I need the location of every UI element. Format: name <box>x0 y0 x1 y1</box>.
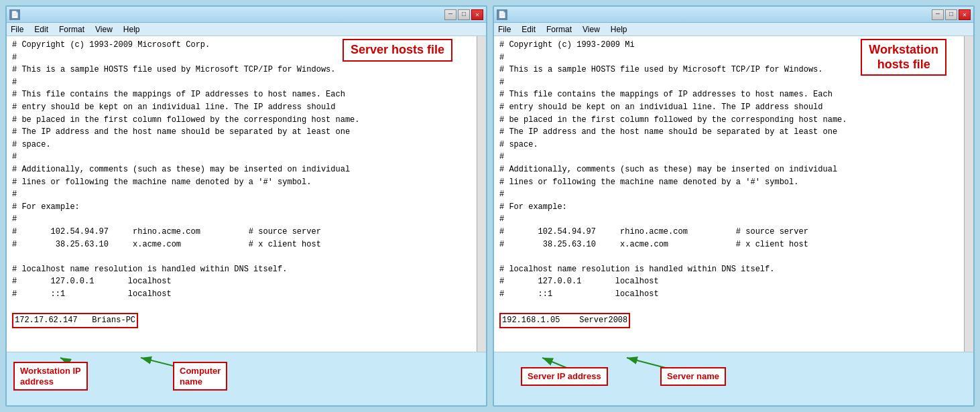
computer-name-label: Computername <box>173 362 227 391</box>
server-name-label: Server name <box>660 367 726 386</box>
workstation-address-text: Workstation IPaddress <box>20 366 81 387</box>
menu-edit-server[interactable]: Edit <box>33 25 50 34</box>
title-bar-controls-ws: ─ □ ✕ <box>932 9 971 20</box>
server-highlighted-entry: 172.17.62.147 Brians-PC <box>12 313 138 328</box>
server-title-text: Server hosts file <box>351 43 444 58</box>
menu-help-server[interactable]: Help <box>122 25 141 34</box>
workstation-annotation-area: Server IP address Server name <box>494 352 973 405</box>
server-content-area[interactable]: # Copyright (c) 1993-2009 Microsoft Corp… <box>7 36 477 352</box>
maximize-button-ws[interactable]: □ <box>945 9 957 20</box>
workstation-title-overlay: Workstationhosts file <box>861 39 946 76</box>
title-bar-controls-server: ─ □ ✕ <box>444 9 483 20</box>
window-icon-workstation: 📄 <box>497 9 507 20</box>
server-annotation-area: Workstation IPaddress Computername <box>7 352 486 405</box>
computer-name-text: Computername <box>180 366 221 387</box>
menu-format-ws[interactable]: Format <box>545 25 573 34</box>
workstation-hosts-window: 📄 ─ □ ✕ File Edit Format View Help Works… <box>493 5 975 407</box>
close-button-server[interactable]: ✕ <box>471 9 483 20</box>
menu-edit-ws[interactable]: Edit <box>520 25 537 34</box>
workstation-scrollbar[interactable] <box>964 36 973 352</box>
menu-format-server[interactable]: Format <box>58 25 86 34</box>
menu-file-server[interactable]: File <box>9 25 25 34</box>
close-button-ws[interactable]: ✕ <box>959 9 971 20</box>
menu-file-ws[interactable]: File <box>497 25 512 34</box>
title-bar-left: 📄 <box>9 9 20 20</box>
workstation-address-label: Workstation IPaddress <box>13 362 88 391</box>
workstation-content-area[interactable]: # Copyright (c) 1993-2009 Mi # # This is… <box>494 36 964 352</box>
title-bar-left-ws: 📄 <box>497 9 507 20</box>
workstation-highlighted-entry: 192.168.1.05 Server2008 <box>499 313 630 328</box>
server-title-overlay: Server hosts file <box>343 39 452 62</box>
server-ip-label: Server IP address <box>521 367 608 386</box>
server-hosts-content: # Copyright (c) 1993-2009 Microsoft Corp… <box>12 39 471 328</box>
server-content-wrapper: # Copyright (c) 1993-2009 Microsoft Corp… <box>7 36 486 352</box>
menu-help-ws[interactable]: Help <box>609 25 629 34</box>
title-bar-workstation: 📄 ─ □ ✕ <box>494 7 973 23</box>
maximize-button-server[interactable]: □ <box>458 9 470 20</box>
workstation-title-text: Workstationhosts file <box>869 43 938 72</box>
server-scrollbar[interactable] <box>477 36 486 352</box>
menu-view-server[interactable]: View <box>94 25 114 34</box>
workstation-hosts-content: # Copyright (c) 1993-2009 Mi # # This is… <box>499 39 959 328</box>
minimize-button-ws[interactable]: ─ <box>932 9 944 20</box>
title-bar-server: 📄 ─ □ ✕ <box>7 7 486 23</box>
workstation-content-wrapper: # Copyright (c) 1993-2009 Mi # # This is… <box>494 36 973 352</box>
menu-bar-workstation: File Edit Format View Help <box>494 23 973 36</box>
server-hosts-window: 📄 ─ □ ✕ File Edit Format View Help Serve… <box>5 5 487 407</box>
menu-bar-server: File Edit Format View Help <box>7 23 486 36</box>
menu-view-ws[interactable]: View <box>581 25 601 34</box>
window-icon-server: 📄 <box>9 9 20 20</box>
server-name-text: Server name <box>667 371 719 381</box>
server-ip-text: Server IP address <box>528 371 601 381</box>
minimize-button-server[interactable]: ─ <box>444 9 456 20</box>
